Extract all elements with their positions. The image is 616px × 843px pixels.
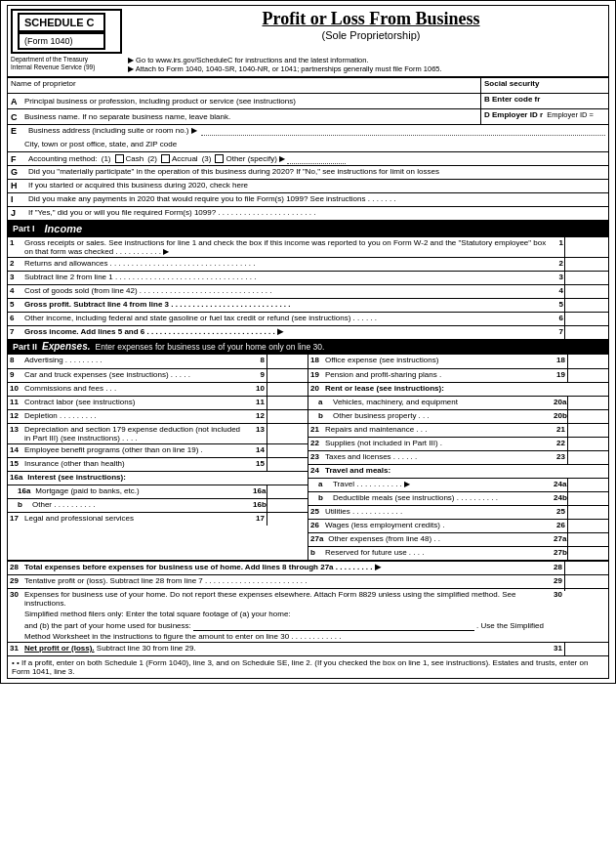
exp-9-desc: Car and truck expenses (see instructions… — [21, 369, 251, 382]
line-31-amount[interactable] — [564, 643, 608, 655]
exp-24a-amount[interactable] — [567, 479, 608, 491]
ssn-cell: Social security — [481, 78, 608, 93]
exp-9-num: 9 — [8, 369, 21, 382]
exp-20a-linenum: 20a — [552, 397, 567, 409]
exp-24a-linenum: 24a — [552, 479, 567, 491]
line-29-amount[interactable] — [564, 575, 608, 588]
exp-25-num: 25 — [308, 506, 322, 519]
exp-row-16-header: 16a Interest (see instructions): — [8, 471, 308, 485]
exp-25-amount[interactable] — [567, 506, 608, 519]
exp-26-amount[interactable] — [567, 520, 608, 532]
line-7-linenum: 7 — [551, 326, 564, 339]
exp-27a-amount[interactable] — [567, 533, 608, 546]
line-3-amount[interactable] — [564, 272, 608, 284]
sub-title: (Sole Proprietorship) — [137, 29, 605, 41]
tax-form-page: SCHEDULE C (Form 1040) Profit or Loss Fr… — [0, 0, 616, 684]
exp-20a-num: a — [316, 397, 330, 409]
exp-18-amount[interactable] — [567, 355, 608, 368]
exp-24b-num: b — [316, 492, 330, 505]
exp-11-num: 11 — [8, 397, 21, 409]
exp-13-amount[interactable] — [267, 424, 308, 443]
exp-row-9: 9 Car and truck expenses (see instructio… — [8, 368, 308, 382]
irs-dept: Department of the Treasury Internal Reve… — [11, 56, 128, 72]
schedule-c-box: SCHEDULE C (Form 1040) — [11, 9, 122, 54]
line-4-linenum: 4 — [551, 285, 564, 298]
field-e-city: City, town or post office, state, and ZI… — [11, 140, 605, 148]
line-28-amount[interactable] — [564, 562, 608, 574]
exp-20a-amount[interactable] — [567, 397, 608, 409]
line-6-amount[interactable] — [564, 313, 608, 325]
exp-13-linenum: 13 — [251, 424, 267, 443]
line-7-amount[interactable] — [564, 326, 608, 339]
line-7-num: 7 — [8, 326, 21, 339]
exp-19-amount[interactable] — [567, 369, 608, 382]
line-29-desc: Tentative profit or (loss). Subtract lin… — [21, 575, 547, 588]
exp-24a-num: a — [316, 479, 330, 491]
exp-row-23: 23 Taxes and licenses . . . . . . 23 — [308, 450, 608, 464]
exp-16a-linenum: 16a — [251, 485, 267, 498]
form-fields: Name of proprietor Social security A Pri… — [7, 77, 609, 679]
business-input-line[interactable] — [193, 620, 474, 631]
line-30-num: 30 — [8, 589, 21, 600]
cash-checkbox[interactable] — [115, 154, 124, 163]
line-2-num: 2 — [8, 258, 21, 271]
exp-16b-amount[interactable] — [267, 499, 308, 512]
accrual-checkbox[interactable] — [161, 154, 170, 163]
exp-10-amount[interactable] — [267, 383, 308, 396]
line-4-num: 4 — [8, 285, 21, 298]
exp-row-22: 22 Supplies (not included in Part III) .… — [308, 437, 608, 450]
exp-16a-amount[interactable] — [267, 485, 308, 498]
exp-12-amount[interactable] — [267, 410, 308, 423]
exp-9-amount[interactable] — [267, 369, 308, 382]
line-1-amount[interactable] — [564, 237, 608, 257]
exp-16b-linenum: 16b — [251, 499, 267, 512]
exp-23-desc: Taxes and licenses . . . . . . — [322, 451, 552, 464]
exp-15-desc: Insurance (other than health) — [21, 458, 251, 471]
line-30-amount[interactable] — [564, 589, 608, 591]
exp-16a-desc: Mortgage (paid to banks, etc.) — [32, 485, 251, 498]
left-expenses: 8 Advertising . . . . . . . . . 8 9 Car … — [8, 355, 308, 560]
line-4-desc: Cost of goods sold (from line 42) . . . … — [21, 285, 551, 298]
name-ssn-row: Name of proprietor Social security — [8, 77, 608, 93]
exp-20b-desc: Other business property . . . — [330, 410, 552, 423]
line-30-row: 30 Expenses for business use of your hom… — [8, 588, 608, 642]
exp-23-amount[interactable] — [567, 451, 608, 464]
exp-11-amount[interactable] — [267, 397, 308, 409]
exp-13-desc: Depreciation and section 179 expense ded… — [21, 424, 251, 443]
line-1-num: 1 — [8, 237, 21, 257]
line-5-amount[interactable] — [564, 299, 608, 312]
exp-19-num: 19 — [308, 369, 322, 382]
other-checkbox[interactable] — [215, 154, 224, 163]
exp-17-amount[interactable] — [267, 513, 308, 526]
exp-27b-desc: Reserved for future use . . . . — [322, 547, 552, 560]
exp-24b-linenum: 24b — [552, 492, 567, 505]
line-2-row: 2 Returns and allowances . . . . . . . .… — [8, 257, 608, 271]
line-4-amount[interactable] — [564, 285, 608, 298]
exp-15-amount[interactable] — [267, 458, 308, 471]
exp-11-linenum: 11 — [251, 397, 267, 409]
line-5-linenum: 5 — [551, 299, 564, 312]
exp-27b-linenum: 27b — [552, 547, 567, 560]
and-lees-row: and (b) the part of your home used for b… — [24, 620, 544, 631]
exp-27b-amount[interactable] — [567, 547, 608, 560]
exp-24b-amount[interactable] — [567, 492, 608, 505]
line-2-amount[interactable] — [564, 258, 608, 271]
exp-23-num: 23 — [308, 451, 322, 464]
exp-22-amount[interactable] — [567, 438, 608, 450]
exp-14-amount[interactable] — [267, 444, 308, 457]
line-5-desc: Gross profit. Subtract line 4 from line … — [21, 299, 551, 312]
exp-row-20b: b Other business property . . . 20b — [308, 409, 608, 423]
exp-8-linenum: 8 — [251, 355, 267, 368]
exp-14-linenum: 14 — [251, 444, 267, 457]
exp-21-amount[interactable] — [567, 424, 608, 437]
exp-8-amount[interactable] — [267, 355, 308, 368]
exp-20b-amount[interactable] — [567, 410, 608, 423]
exp-row-14: 14 Employee benefit programs (other than… — [8, 443, 308, 457]
exp-17-num: 17 — [8, 513, 21, 526]
exp-16b-desc: Other . . . . . . . . . . — [29, 499, 251, 512]
dept-line1: Department of the Treasury — [11, 56, 128, 63]
exp-row-19: 19 Pension and profit-sharing plans . 19 — [308, 368, 608, 382]
exp-17-desc: Legal and professional services — [21, 513, 251, 526]
part2-subtitle: Enter expenses for business use of your … — [96, 342, 325, 352]
irs-instructions: ▶ Go to www.irs.gov/ScheduleC for instru… — [128, 56, 605, 73]
